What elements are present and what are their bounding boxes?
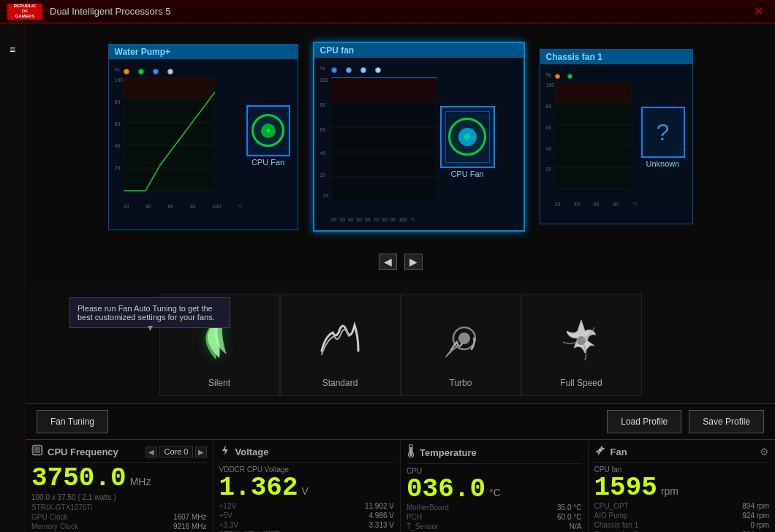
voltage-info-rows: +12V 11.902 V +5V 4.986 V +3.3V 3.313 V … bbox=[219, 501, 395, 532]
cpu-info-rows: STRIX-GTX1070Ti GPU Clock 1607 MHz Memor… bbox=[31, 503, 207, 531]
temp-row-pch: PCH 60.0 °C bbox=[407, 512, 582, 522]
temp-panel-icon bbox=[407, 444, 415, 460]
cpu-fan-label: CPU Fan bbox=[450, 170, 483, 178]
svg-rect-5 bbox=[124, 77, 215, 99]
cpu-fan-graph-svg bbox=[331, 77, 437, 205]
mode-section: Please run Fan Auto Tuning to get the be… bbox=[26, 286, 775, 403]
turbo-mode-label: Turbo bbox=[450, 378, 472, 388]
cpu-panel-header: CPU Frequency ◀ Core 0 ▶ bbox=[31, 444, 207, 463]
voltage-panel: Voltage VDDCR CPU Voltage 1.362 V +12V 1… bbox=[213, 441, 401, 532]
voltage-value-display: 1.362 V bbox=[219, 475, 395, 501]
title-bar: REPUBLICOFGAMERS Dual Intelligent Proces… bbox=[0, 0, 775, 23]
core-prev-arrow[interactable]: ◀ bbox=[145, 446, 157, 457]
fan-cards-container: Water Pump+ % bbox=[26, 23, 775, 250]
temp-panel-title: Temperature bbox=[420, 447, 477, 458]
mode-fullspeed-btn[interactable]: Full Speed bbox=[521, 294, 642, 396]
fan-panel-title: Fan bbox=[610, 446, 627, 457]
svg-rect-18 bbox=[555, 83, 632, 104]
fan-row-cpuopt: CPU_OPT 894 rpm bbox=[594, 501, 770, 511]
menu-icon[interactable]: ≡ bbox=[7, 38, 18, 61]
cpu-frequency-panel: CPU Frequency ◀ Core 0 ▶ 3750.0 MHz 100.… bbox=[26, 441, 213, 532]
voltage-panel-icon bbox=[219, 444, 231, 459]
cpu-chip-icon bbox=[31, 444, 43, 456]
chassis-fan-1-graph: % bbox=[544, 68, 638, 207]
temp-value-display: 036.0 °C bbox=[407, 476, 582, 503]
svg-point-41 bbox=[598, 449, 602, 452]
tooltip-box: Please run Fan Auto Tuning to get the be… bbox=[69, 297, 230, 328]
fan-tuning-button[interactable]: Fan Tuning bbox=[37, 410, 108, 433]
fan-rpm-display: 1595 rpm bbox=[594, 475, 770, 501]
water-pump-graph-svg bbox=[124, 77, 215, 194]
temp-number: 036.0 bbox=[407, 476, 485, 503]
load-profile-button[interactable]: Load Profile bbox=[607, 410, 681, 433]
standard-mode-icon bbox=[311, 307, 369, 365]
water-pump-fan-visual: ✦ CPU Fan bbox=[243, 63, 294, 209]
fan-rpm-unit: rpm bbox=[661, 485, 678, 497]
water-pump-content: % bbox=[109, 59, 298, 213]
chassis-fan-1-content: % bbox=[540, 64, 692, 210]
cpu-fan-graph: % bbox=[318, 61, 415, 222]
water-pump-fan-label: CPU Fan bbox=[252, 158, 284, 167]
chassis-fan-1-visual: ? Unknown bbox=[638, 68, 689, 207]
bottom-toolbar: Fan Tuning Load Profile Save Profile bbox=[26, 403, 775, 440]
core-next-arrow[interactable]: ▶ bbox=[195, 446, 207, 457]
gear-icon[interactable]: ⚙ bbox=[760, 446, 769, 457]
fan-status-icon bbox=[594, 444, 606, 456]
temperature-panel: Temperature CPU 036.0 °C MotherBoard 35.… bbox=[401, 441, 589, 532]
app-title: Dual Intelligent Processors 5 bbox=[50, 6, 749, 17]
volt-number: 1.362 bbox=[219, 475, 298, 501]
fullspeed-mode-icon bbox=[552, 313, 610, 371]
sidebar: ≡ bbox=[0, 23, 26, 532]
cpu-fan-title: CPU fan bbox=[314, 43, 523, 58]
fan-row-aiopump: AIO Pump 924 rpm bbox=[594, 511, 770, 520]
svg-point-20 bbox=[458, 332, 470, 344]
chassis-fan-1-graph-svg bbox=[555, 83, 632, 192]
standard-mode-label: Standard bbox=[322, 378, 358, 388]
cpu-info-label-2: Memory Clock bbox=[31, 522, 78, 531]
chassis-fan-1-card[interactable]: Chassis fan 1 % bbox=[540, 49, 693, 224]
fan-panel: Fan ⚙ CPU fan 1595 rpm CPU_OPT 894 rpm A… bbox=[589, 441, 776, 532]
mode-standard-btn[interactable]: Standard bbox=[280, 294, 401, 396]
cpu-info-row-0: STRIX-GTX1070Ti bbox=[31, 503, 207, 512]
cpu-info-label-0: STRIX-GTX1070Ti bbox=[31, 503, 93, 512]
volt-unit: V bbox=[302, 485, 309, 497]
water-pump-card[interactable]: Water Pump+ % bbox=[108, 44, 298, 230]
mode-turbo-btn[interactable]: Turbo bbox=[401, 294, 521, 396]
cpu-sub-values: 100.0 x 37.50 ( 2.1 watts ) bbox=[31, 493, 207, 501]
cpu-freq-number: 3750.0 bbox=[31, 466, 126, 492]
fan-section: Water Pump+ % bbox=[26, 23, 775, 286]
voltage-panel-title: Voltage bbox=[235, 446, 269, 457]
water-pump-graph: % bbox=[113, 63, 243, 209]
cpu-frequency-value: 3750.0 MHz bbox=[31, 466, 207, 492]
cpu-panel-title: CPU Frequency bbox=[48, 446, 118, 457]
save-profile-button[interactable]: Save Profile bbox=[689, 410, 764, 433]
core-nav: ◀ Core 0 ▶ bbox=[145, 446, 206, 457]
cpu-info-value-2: 9216 MHz bbox=[173, 522, 207, 531]
fan-rpm-number: 1595 bbox=[594, 475, 657, 501]
cpu-fan-content: % bbox=[314, 58, 523, 226]
cpu-info-label-1: GPU Clock bbox=[31, 513, 67, 521]
status-bar: CPU Frequency ◀ Core 0 ▶ 3750.0 MHz 100.… bbox=[26, 440, 775, 532]
lightning-icon bbox=[219, 444, 231, 456]
fullspeed-mode-label: Full Speed bbox=[560, 378, 602, 388]
temp-row-mb: MotherBoard 35.0 °C bbox=[407, 503, 582, 512]
turbo-mode-icon bbox=[431, 313, 490, 371]
svg-marker-36 bbox=[222, 445, 228, 455]
svg-rect-11 bbox=[331, 77, 437, 102]
chassis-fan-1-title: Chassis fan 1 bbox=[540, 50, 692, 64]
svg-rect-23 bbox=[34, 447, 40, 453]
tooltip-arrow[interactable]: ▾ bbox=[148, 322, 153, 333]
voltage-panel-header: Voltage bbox=[219, 444, 395, 463]
nav-prev-arrow[interactable]: ◀ bbox=[379, 254, 397, 270]
cpu-panel-icon bbox=[31, 444, 43, 459]
fan-info-rows: CPU_OPT 894 rpm AIO Pump 924 rpm Chassis… bbox=[594, 501, 770, 532]
cpu-fan-card[interactable]: CPU fan % bbox=[313, 42, 525, 232]
cpu-info-value-1: 1607 MHz bbox=[173, 513, 207, 521]
fan-panel-icon bbox=[594, 444, 606, 459]
core-label: Core 0 bbox=[159, 446, 192, 457]
nav-next-arrow[interactable]: ▶ bbox=[404, 254, 423, 270]
cpu-info-row-1: GPU Clock 1607 MHz bbox=[31, 512, 207, 522]
tooltip-message: Please run Fan Auto Tuning to get the be… bbox=[78, 304, 215, 322]
close-button[interactable]: ✕ bbox=[749, 3, 768, 20]
cpu-info-row-2: Memory Clock 9216 MHz bbox=[31, 522, 207, 531]
